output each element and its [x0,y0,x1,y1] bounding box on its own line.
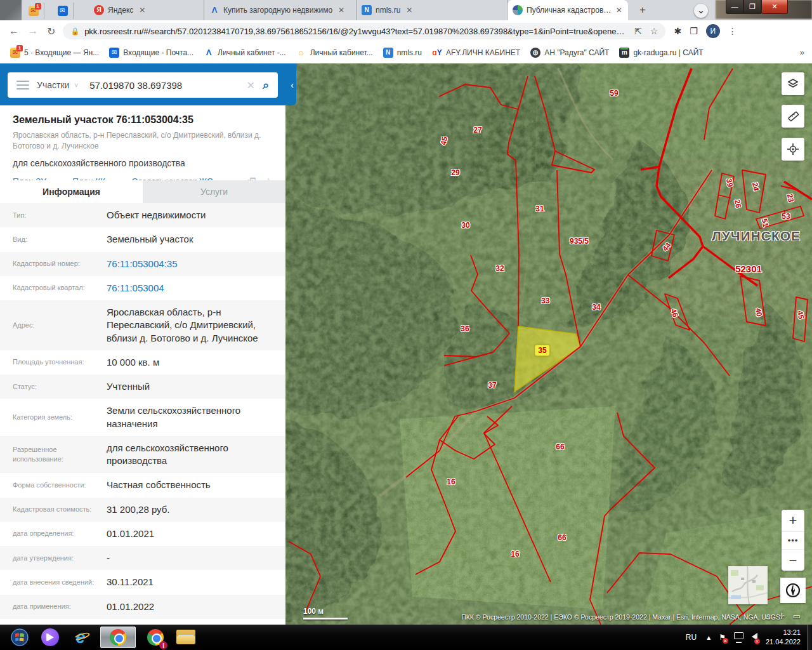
parcel-number-39[interactable]: 39 [724,178,735,188]
panel-collapse-button[interactable]: ‹ [291,80,294,90]
parcel-number-53[interactable]: 53 [782,212,790,221]
tab-close-icon[interactable]: ✕ [137,5,147,15]
bookmarks-overflow-button[interactable]: » [800,48,804,57]
profile-avatar[interactable]: И [706,24,720,38]
window-close-button[interactable]: ✕ [761,0,788,14]
tray-clock[interactable]: 13:21 21.04.2022 [766,628,801,647]
selected-parcel-number[interactable]: 35 [535,345,549,356]
tab-services[interactable]: Услуги [143,180,285,203]
parcel-number-36[interactable]: 36 [461,324,469,333]
tab-2[interactable]: Nnmls.ru ✕ [357,0,508,20]
home-extent-icon[interactable]: ⌂ [766,611,771,621]
chrome-active-button[interactable] [100,627,136,648]
network-icon[interactable] [734,632,743,643]
search-category-select[interactable]: Участки ˅ [37,80,78,90]
action-center-flag-icon[interactable]: ⚑✕ [719,633,726,642]
tab-3[interactable]: Публичная кадастровая карта ✕ [508,0,628,20]
volume-muted-icon[interactable]: ✕ [752,633,757,642]
chrome-profile-button[interactable]: ❙ [145,627,166,648]
extent-icon[interactable]: ▭ [793,611,801,621]
internet-explorer-button[interactable]: e [70,627,91,648]
tab-close-icon[interactable]: ✕ [404,5,414,15]
parcel-number-16[interactable]: 16 [447,477,455,486]
parcel-number-29[interactable]: 29 [451,168,459,177]
parcel-number-33[interactable]: 33 [541,296,549,305]
tab-1[interactable]: ΛКупить загородную недвижимо ✕ [204,0,357,20]
parcel-number-935-5[interactable]: 935/5 [570,237,589,246]
parcel-number-45[interactable]: 45 [439,136,449,146]
show-desktop-button[interactable] [807,625,812,650]
parcel-number-26[interactable]: 26 [733,199,743,209]
parcel-number-30[interactable]: 30 [461,221,469,230]
zoom-more-button[interactable]: ••• [782,531,804,549]
zoom-in-button[interactable]: + [782,510,804,531]
share-icon[interactable]: ⇱ [634,26,642,36]
bookmark-item-3[interactable]: ⌂Личный кабинет... [296,48,373,58]
tab-0[interactable]: ЯЯндекс ✕ [89,0,204,20]
file-explorer-button[interactable] [175,627,197,648]
alice-button[interactable] [39,627,61,648]
info-row-14: дата применения: 01.01.2022 [0,595,285,619]
bookmark-item-4[interactable]: Nnmls.ru [383,48,422,58]
bookmark-item-1[interactable]: ✉Входящие - Почта... [109,48,193,58]
tab-close-icon[interactable]: ✕ [336,5,346,15]
info-row-value[interactable]: 76:11:053004:35 [107,258,279,270]
tray-expand-arrow[interactable]: ▴ [707,633,710,642]
url-text[interactable]: pkk.rosreestr.ru/#/search/57.02012384170… [84,27,626,36]
parcel-number-40[interactable]: 40 [754,307,764,317]
parcel-number-27[interactable]: 27 [473,126,481,135]
window-minimize-button[interactable]: — [726,0,743,14]
tab-information[interactable]: Информация [0,180,143,203]
bookmark-star-icon[interactable]: ☆ [650,26,658,36]
parcel-number-24[interactable]: 24 [750,182,761,192]
bookmark-item-7[interactable]: mgk-raduga.ru | САЙТ [619,48,703,58]
address-bar[interactable]: 🔒 pkk.rosreestr.ru/#/search/57.020123841… [63,23,665,39]
yandex-icon: Я [94,5,104,15]
parcel-number-16[interactable]: 16 [511,550,519,559]
compass-button[interactable] [780,578,806,603]
search-input[interactable] [88,79,246,91]
bookmark-item-2[interactable]: ΛЛичный кабинет -... [204,48,286,58]
parcel-number-51[interactable]: 51 [760,218,770,228]
search-icon[interactable]: ⌕ [263,79,269,92]
parcel-number-34[interactable]: 34 [592,303,600,312]
bookmark-item-5[interactable]: ɑYAFY.ЛИЧН КАБИНЕТ [432,48,520,58]
pinned-tab-0[interactable]: ✉1 [23,3,44,19]
start-button[interactable] [9,627,30,648]
menu-burger-icon[interactable] [16,78,29,92]
parcel-number-32[interactable]: 32 [495,264,504,273]
language-indicator[interactable]: RU [686,633,697,642]
parcel-number-45[interactable]: 45 [796,310,806,320]
bookmark-item-0[interactable]: ✉15 · Входящие — Ян... [10,48,99,58]
new-tab-button[interactable]: + [636,4,650,18]
layers-button[interactable] [782,72,804,95]
menu-icon[interactable]: ⋮ [728,26,737,36]
lock-icon[interactable]: 🔒 [70,27,79,36]
cadastral-map[interactable]: 592745293130935/532333436376616661639242… [285,63,812,625]
tab-close-icon[interactable]: ✕ [615,5,623,15]
reload-button[interactable]: ↻ [47,25,55,37]
info-row-value[interactable]: 76:11:053004 [107,282,279,295]
tab-search-button[interactable]: ⌄ [694,4,708,18]
extensions-icon[interactable]: ✱ [674,26,681,36]
my-location-button[interactable] [782,138,804,161]
locate-icon[interactable]: ✛ [778,611,785,621]
clear-search-icon[interactable]: ✕ [247,79,255,91]
parcel-number-37[interactable]: 37 [488,381,496,390]
measure-button[interactable] [782,105,804,128]
bookmark-item-6[interactable]: ⊕АН "Радуга" САЙТ [530,48,609,58]
info-row-2: Кадастровый номер: 76:11:053004:35 [0,252,285,276]
parcel-number-59[interactable]: 59 [610,89,618,98]
parcel-number-31[interactable]: 31 [535,204,544,213]
parcel-number-66[interactable]: 66 [556,442,564,451]
zoom-out-button[interactable]: − [782,549,804,571]
forward-button[interactable]: → [28,25,38,37]
back-button[interactable]: ← [9,25,19,37]
pinned-tab-1[interactable]: ✉ [52,3,74,19]
overview-minimap[interactable] [728,566,768,604]
window-restore-button[interactable]: ❐ [743,0,761,14]
parcel-number-23[interactable]: 23 [785,193,796,203]
cadastral-quarter-label[interactable]: 52301 [735,263,762,274]
parcel-number-66[interactable]: 66 [558,533,566,542]
reader-icon[interactable]: ❒ [690,26,698,36]
